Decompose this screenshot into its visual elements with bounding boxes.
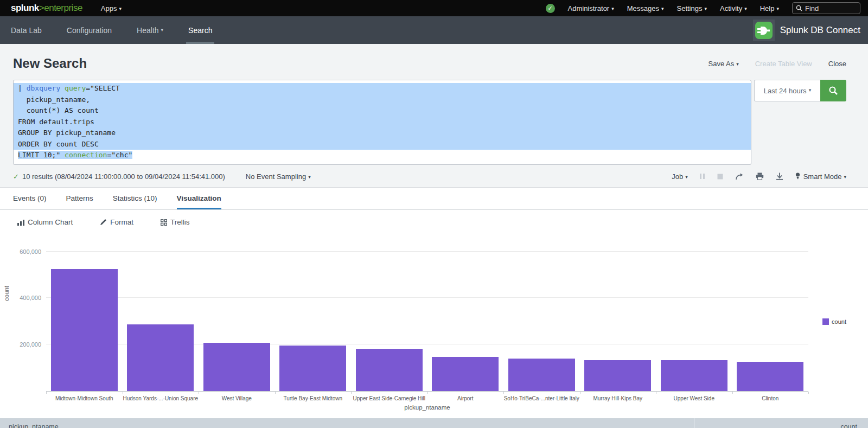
column-chart: count 200,000400,000600,000 Midtown-Midt… — [0, 236, 868, 407]
app-nav-bar: Data Lab Configuration Health Search Spl… — [0, 16, 868, 44]
bar[interactable] — [203, 343, 270, 391]
x-category-label: Upper East Side-Carnegie Hill — [351, 392, 427, 401]
query-token: query — [65, 84, 86, 92]
app-title: Splunk DB Connect — [780, 25, 860, 36]
trellis-grid-icon — [161, 219, 167, 226]
x-tick — [275, 392, 276, 394]
messages-menu[interactable]: Messages — [627, 4, 664, 12]
bar[interactable] — [127, 324, 194, 391]
tab-visualization[interactable]: Visualization — [177, 187, 221, 209]
chart-legend[interactable]: count — [822, 318, 846, 325]
export-icon[interactable] — [776, 173, 783, 180]
tab-patterns[interactable]: Patterns — [66, 187, 93, 209]
results-tabs: Events (0) Patterns Statistics (10) Visu… — [0, 188, 868, 210]
y-tick-label: 400,000 — [0, 295, 41, 301]
save-as-button[interactable]: Save As — [708, 60, 738, 68]
plug-icon — [755, 21, 773, 40]
x-tick — [580, 392, 580, 394]
page-title: New Search — [13, 56, 87, 71]
nav-configuration[interactable]: Configuration — [67, 16, 112, 44]
format-button[interactable]: Format — [95, 215, 138, 229]
x-tick — [503, 392, 504, 394]
visualization-toolbar: Column Chart Format Trellis — [0, 210, 868, 235]
apps-menu[interactable]: Apps — [101, 4, 122, 12]
bar[interactable] — [279, 346, 346, 391]
x-tick — [123, 392, 123, 394]
x-category-label: Clinton — [732, 392, 809, 401]
chart-type-label: Column Chart — [28, 218, 73, 226]
pause-icon[interactable] — [700, 173, 705, 180]
smart-mode-label: Smart Mode — [803, 173, 846, 181]
find-search-box[interactable] — [792, 2, 860, 14]
chart-x-labels: Midtown-Midtown SouthHudson Yards-...-Un… — [46, 392, 808, 401]
bar[interactable] — [51, 269, 118, 391]
job-menu[interactable]: Job — [672, 173, 688, 181]
settings-menu[interactable]: Settings — [677, 4, 707, 12]
x-category-label: Murray Hill-Kips Bay — [580, 392, 656, 401]
x-tick — [46, 392, 47, 394]
query-token: connection — [65, 151, 107, 159]
legend-label: count — [832, 318, 846, 325]
x-category-label: SoHo-TriBeCa-...nter-Little Italy — [503, 392, 580, 401]
run-search-button[interactable] — [820, 80, 846, 101]
chart-type-button[interactable]: Column Chart — [13, 215, 77, 229]
x-tick — [656, 392, 656, 394]
search-mode-selector[interactable]: Smart Mode — [795, 173, 846, 181]
logo-product-text: enterprise — [44, 3, 82, 13]
logo-splunk-text: splunk — [11, 3, 39, 13]
y-tick-label: 200,000 — [0, 341, 41, 348]
close-button[interactable]: Close — [828, 60, 846, 68]
search-query-box[interactable]: | dbxquery query="SELECT pickup_ntaname,… — [13, 80, 751, 165]
statistics-table-header: pickup_ntaname count — [0, 418, 868, 428]
search-header-section: New Search Save As Create Table View Clo… — [0, 44, 868, 188]
print-icon[interactable] — [756, 173, 764, 180]
health-status-icon[interactable]: ✓ — [546, 4, 555, 13]
bar[interactable] — [432, 357, 499, 391]
bar[interactable] — [584, 360, 651, 391]
find-input[interactable] — [805, 4, 854, 12]
chart-plot-area: 200,000400,000600,000 — [46, 236, 808, 392]
x-category-label: Midtown-Midtown South — [46, 392, 123, 401]
pencil-icon — [100, 219, 107, 226]
column-header-pickup-ntaname[interactable]: pickup_ntaname — [0, 418, 694, 428]
help-menu[interactable]: Help — [760, 4, 779, 12]
share-icon[interactable] — [735, 173, 744, 180]
query-token: ="SELECT — [86, 84, 120, 92]
activity-menu[interactable]: Activity — [720, 4, 747, 12]
stop-icon[interactable] — [717, 174, 723, 180]
column-header-count[interactable]: count — [694, 418, 868, 428]
trellis-button[interactable]: Trellis — [156, 215, 194, 229]
bar[interactable] — [661, 360, 727, 391]
format-label: Format — [110, 218, 133, 226]
time-range-picker[interactable]: Last 24 hours — [754, 80, 820, 101]
x-tick — [427, 392, 428, 394]
splunk-logo[interactable]: splunk>enterprise — [11, 3, 82, 14]
event-sampling-menu[interactable]: No Event Sampling — [246, 173, 311, 181]
x-tick — [199, 392, 199, 394]
search-icon — [828, 86, 838, 95]
x-tick — [351, 392, 352, 394]
nav-health[interactable]: Health — [137, 16, 163, 44]
query-token: count(*) AS count — [18, 106, 99, 114]
query-token: ="chc" — [107, 151, 132, 159]
query-token: GROUP BY pickup_ntaname — [18, 129, 116, 137]
bar[interactable] — [356, 349, 423, 391]
bar[interactable] — [508, 359, 575, 391]
tab-events[interactable]: Events (0) — [13, 187, 47, 209]
x-category-label: West Village — [199, 392, 275, 401]
trellis-label: Trellis — [170, 218, 190, 226]
query-token: dbxquery — [27, 84, 61, 92]
query-token: ORDER BY count DESC — [18, 140, 99, 148]
top-bar: splunk>enterprise Apps ✓ Administrator M… — [0, 0, 868, 16]
x-category-label: Airport — [427, 392, 504, 401]
nav-search[interactable]: Search — [188, 16, 212, 44]
bar[interactable] — [737, 362, 803, 391]
tab-statistics[interactable]: Statistics (10) — [113, 187, 157, 209]
y-tick-label: 600,000 — [0, 248, 41, 255]
query-token: LIMIT 10;" — [18, 151, 65, 159]
nav-data-lab[interactable]: Data Lab — [11, 16, 42, 44]
administrator-menu[interactable]: Administrator — [568, 4, 614, 12]
query-token: | — [18, 84, 27, 92]
legend-swatch — [822, 318, 829, 325]
db-connect-app-icon-wrap[interactable] — [753, 20, 775, 41]
